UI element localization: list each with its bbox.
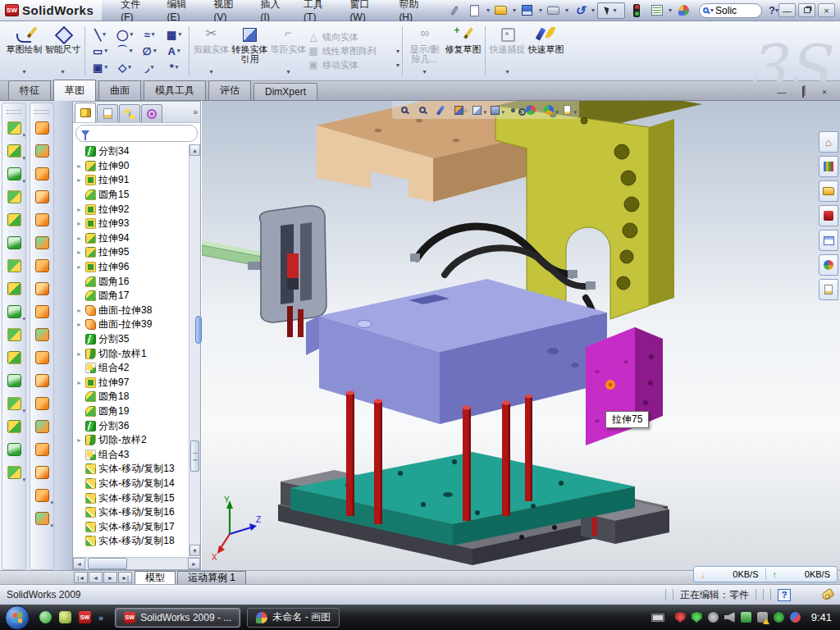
tree-item[interactable]: ► 圆角19 [74,404,188,419]
features-toolbar-button-5[interactable] [3,208,25,231]
search-box[interactable]: ▾ [699,3,762,18]
text-icon[interactable]: A▾ [162,43,186,59]
scrollbar-thumb[interactable] [88,558,127,569]
surfaces-toolbar-button-6[interactable] [31,231,52,254]
doc-close-button[interactable]: × [817,87,832,97]
tree-item[interactable]: ► 拉伸92 [74,202,188,217]
display-delete-relations-button[interactable]: ∞ 显示/删除几...▾ [405,23,444,79]
print-icon[interactable] [545,2,563,19]
expand-arrow-icon[interactable]: ► [76,207,83,212]
features-toolbar-button-4[interactable] [3,185,25,208]
expand-arrow-icon[interactable]: ► [76,351,83,357]
ribbon-tab[interactable]: 特征 [8,80,51,100]
task-button[interactable]: 未命名 - 画图 [247,608,340,628]
expand-arrow-icon[interactable]: ► [76,308,83,313]
tree-item[interactable]: ► 实体-移动/复制17 [74,519,188,534]
tree-item[interactable]: ► 实体-移动/复制15 [74,491,188,505]
features-toolbar-button-2[interactable] [3,139,25,162]
restore-button[interactable] [798,3,815,17]
solidworks-launcher-icon[interactable]: SW [79,611,91,623]
tree-item[interactable]: ► 拉伸97 [74,376,188,390]
tree-item[interactable]: ► 实体-移动/复制16 [74,505,188,520]
surfaces-toolbar-button-18[interactable] [31,507,52,530]
quick-snaps-button[interactable]: 快速捕捉▾ [488,23,527,79]
tree-item[interactable]: ► 组合43 [74,447,188,462]
tree-item[interactable]: ► 分割35 [74,332,188,347]
surfaces-toolbar-button-1[interactable] [31,116,52,139]
expand-arrow-icon[interactable]: ► [76,380,83,386]
magnifying-glass-icon[interactable] [433,103,448,117]
ribbon-tab[interactable]: 评估 [208,80,251,100]
keyboard-layout-icon[interactable] [651,614,664,622]
surfaces-toolbar-button-13[interactable] [31,392,52,415]
tree-item[interactable]: ► 圆角16 [74,274,188,289]
tree-item[interactable]: ► 拉伸96 [74,260,188,275]
surfaces-toolbar-button-9[interactable] [31,300,52,323]
scroll-right-icon[interactable]: ► [188,558,200,569]
solidworks-resources-icon[interactable] [819,205,838,226]
expand-arrow-icon[interactable]: ► [76,264,83,270]
tree-item[interactable]: ► 切除-放样2 [74,433,188,448]
select-tool-button[interactable]: ▾ [597,2,625,19]
new-document-icon[interactable] [466,2,484,19]
close-button[interactable]: × [818,3,835,17]
features-toolbar-button-7[interactable] [3,254,25,277]
tab-nav-button[interactable]: ◄ [89,572,103,583]
tree-filter-box[interactable] [75,125,198,142]
core-block-body[interactable] [306,279,629,424]
help-button[interactable]: ? [769,4,775,16]
design-library-icon[interactable] [819,156,838,177]
media-icon[interactable] [59,611,71,623]
features-toolbar-button-11[interactable] [3,346,25,369]
linear-sketch-pattern-button[interactable]: ▦ 线性草图阵列▾ [308,45,399,57]
ribbon-tab[interactable]: 草图 [53,80,96,101]
expand-arrow-icon[interactable]: ► [76,437,83,443]
panel-splitter-handle[interactable] [195,316,202,344]
messenger-icon[interactable] [39,611,52,623]
usb-icon[interactable] [741,612,751,623]
model-tab[interactable]: 模型 [135,571,176,584]
tree-item[interactable]: ► 拉伸90 [74,159,188,174]
messenger-status-icon[interactable] [790,612,801,623]
surfaces-toolbar-button-12[interactable] [31,369,52,392]
volume-icon[interactable] [724,612,735,623]
ellipse-icon[interactable]: ∅▾ [137,43,162,59]
slide-unit-body[interactable] [202,206,326,337]
tree-item[interactable]: ► 曲面-拉伸39 [74,317,188,332]
trim-grid-icon[interactable]: ▦▾ [162,26,186,43]
tree-item[interactable]: ► 组合42 [74,361,188,376]
tab-nav-button[interactable]: |◄ [74,572,88,583]
expand-arrow-icon[interactable]: ► [76,221,83,226]
section-view-icon[interactable] [451,103,466,117]
tree-item[interactable]: ► 实体-移动/复制18 [74,534,188,549]
ribbon-tab[interactable]: 曲面 [98,80,141,100]
features-toolbar-button-14[interactable] [3,415,25,438]
security-shield-icon[interactable] [675,612,686,623]
features-toolbar-button-3[interactable] [3,162,25,185]
spline-icon[interactable]: ≈▾ [137,26,162,43]
start-button[interactable] [5,605,30,630]
view-settings-icon[interactable] [559,103,574,117]
offset-entities-button[interactable]: ⌐ 等距实体▾ [269,23,308,79]
defender-icon[interactable] [774,612,784,623]
doc-minimize-button[interactable]: — [774,87,789,97]
surfaces-toolbar-button-3[interactable] [31,162,52,185]
network-warning-icon[interactable] [757,612,768,623]
appearances-icon[interactable] [819,254,838,276]
rebuild-icon[interactable] [628,2,646,19]
polygon-icon[interactable]: ◇▾ [112,59,137,75]
quick-launch-overflow-icon[interactable]: » [98,613,103,623]
tree-item[interactable]: ► 实体-移动/复制13 [74,462,188,477]
zoom-area-icon[interactable] [415,103,430,117]
undo-icon[interactable]: ↺ [571,2,589,19]
tree-item[interactable]: ► 圆角17 [74,289,188,304]
tree-item[interactable]: ► 拉伸91 [74,173,188,188]
tree-item[interactable]: ► 拉伸95 [74,245,188,260]
expand-arrow-icon[interactable]: ► [76,249,83,255]
scrollbar-thumb[interactable] [190,441,199,472]
ribbon-tab[interactable]: 模具工具 [144,80,206,100]
configurationmanager-tab[interactable] [119,104,140,122]
propertymanager-tab[interactable] [97,104,118,122]
repair-sketch-button[interactable]: 修复草图 [444,23,482,79]
smart-dimension-button[interactable]: 智能尺寸▾ [43,23,82,79]
